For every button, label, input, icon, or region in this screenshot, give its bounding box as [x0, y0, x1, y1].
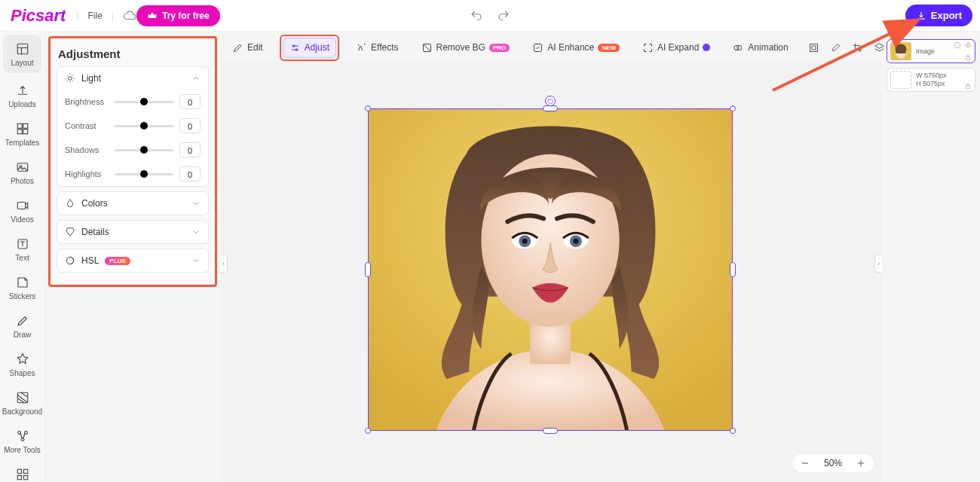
svg-point-43: [967, 44, 969, 47]
rail-stickers[interactable]: Stickers: [0, 268, 44, 307]
layer-canvas[interactable]: W 5760px H 5075px: [887, 68, 975, 92]
layer-image[interactable]: Image: [887, 39, 975, 63]
templates-icon: [15, 122, 30, 136]
shadows-value[interactable]: 0: [179, 142, 201, 157]
handle-mid-right[interactable]: [730, 262, 736, 277]
svg-point-39: [522, 239, 528, 244]
rail-layout[interactable]: Layout: [3, 35, 41, 73]
cloud-sync-icon[interactable]: [123, 9, 136, 23]
tool-removebg[interactable]: Remove BGPRO: [415, 38, 516, 57]
animation-icon: [733, 42, 744, 53]
eraser-icon[interactable]: [830, 42, 841, 53]
rail-videos[interactable]: Videos: [0, 191, 44, 230]
tool-aiexpand[interactable]: AI Expand: [636, 38, 716, 57]
lock-icon[interactable]: [964, 53, 972, 61]
chevron-down-icon: [191, 199, 201, 208]
crop-icon[interactable]: [852, 42, 863, 53]
aienhance-icon: [532, 42, 544, 53]
handle-mid-bottom[interactable]: [543, 428, 558, 434]
layers-panel: Image W 5760px H 5075px: [887, 39, 975, 96]
rail-collages[interactable]: Collages: [0, 460, 44, 482]
lock-icon[interactable]: [964, 82, 972, 90]
tool-animation[interactable]: Animation: [727, 38, 794, 57]
rail-text[interactable]: Text: [0, 230, 44, 268]
draw-icon: [15, 314, 30, 328]
handle-top-right[interactable]: [730, 105, 736, 111]
handle-bottom-left[interactable]: [365, 428, 371, 434]
rail-draw[interactable]: Draw: [0, 307, 44, 345]
row-shadows: Shadows 0: [57, 138, 208, 162]
info-icon[interactable]: [954, 41, 961, 49]
group-colors: Colors: [57, 191, 209, 215]
sun-icon: [65, 73, 75, 84]
row-brightness: Brightness 0: [57, 90, 208, 114]
selection-bounds[interactable]: [368, 108, 733, 431]
redo-icon[interactable]: [497, 9, 510, 23]
canvas-image[interactable]: [369, 109, 732, 430]
contrast-label: Contrast: [65, 121, 109, 130]
canvas-area[interactable]: ‹ ›: [220, 62, 882, 482]
handle-bottom-right[interactable]: [730, 428, 736, 434]
rail-background[interactable]: Background: [0, 383, 44, 422]
adjust-icon: [289, 42, 301, 53]
layer-dims: W 5760px H 5075px: [916, 72, 947, 88]
svg-rect-27: [810, 44, 817, 51]
svg-rect-46: [966, 86, 970, 89]
position-icon[interactable]: [808, 42, 819, 53]
eye-icon[interactable]: [964, 41, 972, 49]
top-left-group: | File |: [76, 9, 136, 23]
layers-icon[interactable]: [874, 42, 885, 53]
brightness-value[interactable]: 0: [179, 94, 201, 109]
plus-badge: PLUS: [105, 257, 130, 265]
rail-templates[interactable]: Templates: [0, 114, 44, 153]
row-contrast: Contrast 0: [57, 114, 208, 138]
edit-icon: [232, 42, 243, 53]
background-icon: [15, 391, 30, 404]
contrast-slider[interactable]: [115, 120, 173, 131]
more-tools-icon: [15, 429, 30, 443]
zoom-control: 50%: [792, 453, 874, 473]
rotate-handle[interactable]: [545, 96, 556, 106]
zoom-in-button[interactable]: [856, 458, 866, 468]
collapse-left-panel[interactable]: ‹: [220, 255, 228, 273]
export-button[interactable]: Export: [905, 5, 972, 26]
brightness-slider[interactable]: [115, 96, 173, 107]
zoom-value: 50%: [824, 458, 842, 468]
diamond-icon: [65, 227, 75, 237]
effects-icon: [356, 42, 367, 53]
file-menu[interactable]: File: [88, 11, 103, 21]
handle-mid-top[interactable]: [543, 105, 558, 111]
rail-shapes[interactable]: Shapes: [0, 345, 44, 383]
tool-effects[interactable]: Effects: [350, 38, 404, 57]
rail-more-tools[interactable]: More Tools: [0, 422, 44, 460]
shadows-slider[interactable]: [115, 145, 173, 155]
try-for-free-button[interactable]: Try for free: [136, 5, 220, 26]
group-hsl-header[interactable]: HSL PLUS: [57, 249, 208, 272]
svg-rect-4: [23, 130, 27, 134]
upload-icon: [15, 84, 30, 97]
rail-photos[interactable]: Photos: [0, 153, 44, 191]
group-hsl: HSL PLUS: [57, 249, 209, 273]
handle-mid-left[interactable]: [365, 262, 371, 277]
layer-thumbnail-blank: [890, 71, 911, 89]
rail-uploads[interactable]: Uploads: [0, 76, 44, 114]
group-light-header[interactable]: Light: [57, 67, 208, 90]
undo-icon[interactable]: [470, 9, 483, 23]
collapse-right-panel[interactable]: ›: [874, 255, 882, 273]
collages-icon: [15, 468, 30, 481]
top-bar: Picsart | File | Try for free Export: [0, 0, 980, 32]
contrast-value[interactable]: 0: [179, 118, 201, 133]
group-colors-header[interactable]: Colors: [57, 192, 208, 215]
svg-rect-7: [17, 203, 26, 209]
group-details-header[interactable]: Details: [57, 221, 208, 243]
tool-edit[interactable]: Edit: [226, 38, 269, 57]
handle-top-left[interactable]: [365, 105, 371, 111]
shapes-icon: [15, 352, 30, 366]
zoom-out-button[interactable]: [800, 458, 810, 468]
tool-aienhance[interactable]: AI EnhanceNEW: [526, 38, 626, 57]
highlights-slider[interactable]: [115, 169, 173, 179]
tool-adjust[interactable]: Adjust: [283, 38, 336, 58]
highlights-value[interactable]: 0: [179, 166, 201, 182]
group-light: Light Brightness 0 Contrast 0 Shadows 0 …: [57, 66, 209, 187]
svg-rect-2: [23, 124, 27, 128]
